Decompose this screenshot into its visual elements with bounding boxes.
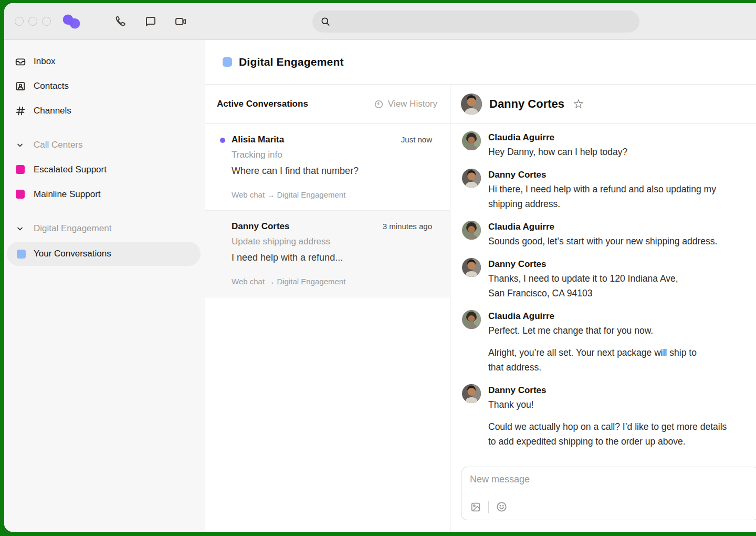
contacts-icon bbox=[15, 80, 26, 92]
message-text: Could we actually hop on a call? I’d lik… bbox=[488, 419, 727, 449]
message-group: Danny Cortes Hi there, I need help with … bbox=[462, 169, 756, 211]
channel-color-swatch bbox=[16, 165, 25, 174]
sidebar-item-mainline-support[interactable]: Mainline Support bbox=[4, 182, 205, 207]
panes: Active Conversations View History Alisia… bbox=[205, 85, 756, 532]
conversation-row[interactable]: Danny Cortes 3 minutes ago Update shippi… bbox=[205, 211, 450, 297]
avatar bbox=[462, 131, 481, 150]
sidebar-item-label: Inbox bbox=[34, 56, 56, 67]
search-input[interactable] bbox=[336, 11, 639, 33]
page-title: Digital Engagement bbox=[239, 56, 344, 68]
window-control-close[interactable] bbox=[15, 17, 24, 26]
phone-icon[interactable] bbox=[113, 15, 127, 28]
list-title: Active Conversations bbox=[217, 99, 308, 109]
avatar bbox=[462, 310, 481, 329]
sidebar-item-contacts[interactable]: Contacts bbox=[4, 74, 205, 98]
sidebar-item-label: Channels bbox=[34, 106, 71, 116]
window-controls bbox=[15, 17, 51, 26]
avatar bbox=[462, 221, 481, 240]
message-text: Hi there, I need help with a refund and … bbox=[488, 182, 716, 211]
dialpad-logo-icon bbox=[62, 14, 81, 29]
conversation-preview: Where can I find that number? bbox=[232, 166, 432, 177]
channel-color-swatch bbox=[223, 57, 232, 67]
sidebar-item-label: Mainline Support bbox=[34, 189, 101, 200]
message-text: Thank you! bbox=[488, 397, 727, 412]
sidebar-item-label: Your Conversations bbox=[34, 249, 111, 259]
sidebar-section-call-centers[interactable]: Call Centers bbox=[4, 132, 205, 157]
message-author: Danny Cortes bbox=[488, 258, 678, 271]
channel-color-swatch bbox=[16, 190, 25, 199]
search-bar bbox=[312, 11, 639, 33]
sidebar-item-channels[interactable]: Channels bbox=[4, 98, 205, 123]
conversation-time: Just now bbox=[401, 135, 432, 144]
star-icon[interactable]: ☆ bbox=[573, 98, 584, 110]
message-composer bbox=[461, 467, 756, 520]
sidebar-section-label: Call Centers bbox=[34, 140, 83, 150]
conversation-channel-path: Web chat → Digital Engagement bbox=[232, 190, 432, 199]
conversation-subject: Update shipping address bbox=[232, 236, 432, 247]
page-header: Digital Engagement bbox=[205, 40, 756, 85]
avatar bbox=[462, 384, 481, 403]
message-author: Claudia Aguirre bbox=[488, 221, 717, 233]
sidebar-item-label: Contacts bbox=[34, 81, 69, 91]
sidebar-item-label: Escalated Support bbox=[34, 164, 107, 175]
chevron-down-icon bbox=[16, 224, 24, 233]
sidebar-section-digital-engagement[interactable]: Digital Engagement bbox=[4, 216, 205, 241]
message-group: Danny Cortes Thanks, I need to update it… bbox=[462, 258, 756, 301]
search-icon bbox=[320, 16, 331, 27]
message-text: Hey Danny, how can I help today? bbox=[488, 145, 627, 159]
message-author: Danny Cortes bbox=[488, 169, 716, 181]
chat-pane: Danny Cortes ☆ Claudia Aguirre Hey Danny… bbox=[450, 85, 756, 532]
sidebar-item-inbox[interactable]: Inbox bbox=[4, 49, 205, 74]
window-control-zoom[interactable] bbox=[42, 17, 51, 26]
conversation-name: Alisia Marita bbox=[232, 135, 284, 145]
message-text: Perfect. Let me change that for you now. bbox=[488, 323, 697, 338]
clock-icon bbox=[374, 99, 384, 109]
window-control-minimize[interactable] bbox=[28, 17, 37, 26]
sidebar-item-escalated-support[interactable]: Escalated Support bbox=[4, 157, 205, 182]
topbar-nav bbox=[113, 15, 188, 28]
conversation-time: 3 minutes ago bbox=[383, 222, 432, 231]
app-window: Inbox Contacts Channels bbox=[4, 3, 756, 532]
message-author: Claudia Aguirre bbox=[488, 131, 627, 144]
message-group: Claudia Aguirre Perfect. Let me change t… bbox=[462, 310, 756, 375]
composer-tools bbox=[470, 501, 508, 513]
main-area: Digital Engagement Active Conversations … bbox=[205, 40, 756, 532]
video-icon[interactable] bbox=[174, 15, 188, 28]
hash-icon bbox=[15, 105, 26, 117]
sidebar-section-label: Digital Engagement bbox=[34, 223, 111, 234]
conversation-preview: I need help with a refund... bbox=[232, 252, 432, 263]
conversation-list-header: Active Conversations View History bbox=[205, 85, 450, 124]
chevron-down-icon bbox=[16, 141, 24, 149]
emoji-icon[interactable] bbox=[496, 501, 508, 513]
new-message-input[interactable] bbox=[470, 474, 690, 485]
message-text: Alright, you’re all set. Your next packa… bbox=[488, 345, 697, 375]
attach-image-icon[interactable] bbox=[470, 501, 481, 513]
message-group: Claudia Aguirre Sounds good, let’s start… bbox=[462, 221, 756, 249]
view-history-button[interactable]: View History bbox=[374, 99, 437, 109]
avatar bbox=[462, 169, 481, 188]
content: Inbox Contacts Channels bbox=[4, 40, 756, 532]
inbox-icon bbox=[15, 56, 26, 67]
topbar bbox=[4, 3, 756, 40]
message-group: Claudia Aguirre Hey Danny, how can I hel… bbox=[462, 131, 756, 159]
chat-icon[interactable] bbox=[144, 15, 158, 28]
chat-contact-name: Danny Cortes bbox=[489, 97, 564, 111]
avatar bbox=[462, 258, 481, 277]
avatar bbox=[461, 94, 482, 115]
conversation-subject: Tracking info bbox=[232, 150, 432, 160]
message-author: Danny Cortes bbox=[488, 384, 727, 397]
conversation-name: Danny Cortes bbox=[232, 221, 290, 232]
chat-header: Danny Cortes ☆ bbox=[450, 85, 756, 124]
channel-color-swatch bbox=[17, 250, 26, 259]
conversation-channel-path: Web chat → Digital Engagement bbox=[232, 277, 432, 286]
message-group: Danny Cortes Thank you! Could we actuall… bbox=[462, 384, 756, 449]
conversation-row[interactable]: Alisia Marita Just now Tracking info Whe… bbox=[205, 124, 450, 211]
message-text: Sounds good, let’s start with your new s… bbox=[488, 234, 717, 249]
conversation-list-pane: Active Conversations View History Alisia… bbox=[205, 85, 450, 532]
unread-dot bbox=[220, 138, 225, 143]
message-author: Claudia Aguirre bbox=[488, 310, 697, 323]
sidebar: Inbox Contacts Channels bbox=[4, 40, 205, 532]
sidebar-item-your-conversations[interactable]: Your Conversations bbox=[7, 242, 201, 266]
message-text: Thanks, I need to update it to 120 India… bbox=[488, 271, 678, 301]
divider bbox=[488, 501, 489, 513]
